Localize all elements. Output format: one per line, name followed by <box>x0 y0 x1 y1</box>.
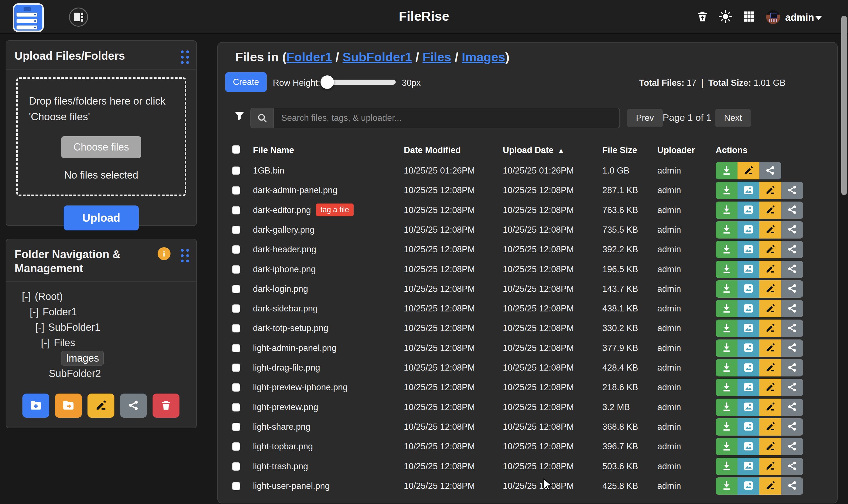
preview-button[interactable] <box>738 478 759 495</box>
rename-folder-button[interactable] <box>88 394 114 418</box>
filter-funnel-icon[interactable] <box>234 110 245 123</box>
share-button[interactable] <box>781 340 803 357</box>
folder-label[interactable]: Folder1 <box>42 306 77 318</box>
preview-button[interactable] <box>738 320 759 337</box>
column-header-date-modified[interactable]: Date Modified <box>404 145 461 155</box>
file-tag-badge[interactable]: tag a file <box>316 203 354 216</box>
row-checkbox[interactable] <box>232 462 240 471</box>
download-button[interactable] <box>716 438 738 455</box>
preview-button[interactable] <box>738 201 759 219</box>
breadcrumb-link-folder1[interactable]: Folder1 <box>287 50 332 64</box>
tree-collapse-toggle[interactable]: [-] <box>41 337 50 348</box>
drag-handle-icon[interactable] <box>181 51 189 64</box>
row-checkbox[interactable] <box>232 166 240 175</box>
download-button[interactable] <box>716 458 738 475</box>
slider-thumb[interactable] <box>320 75 334 89</box>
info-icon[interactable]: i <box>158 247 171 260</box>
download-button[interactable] <box>716 418 738 436</box>
folder-tree-item-subfolder2[interactable]: SubFolder2 <box>6 366 196 381</box>
row-checkbox[interactable] <box>232 442 240 451</box>
row-checkbox[interactable] <box>232 344 240 352</box>
username-label[interactable]: admin <box>785 12 814 23</box>
move-folder-button[interactable] <box>55 394 82 418</box>
rename-button[interactable] <box>759 182 781 199</box>
share-button[interactable] <box>781 261 803 278</box>
preview-button[interactable] <box>738 241 759 258</box>
download-button[interactable] <box>716 379 738 396</box>
preview-button[interactable] <box>738 300 759 317</box>
folder-tree-item-root[interactable]: [-](Root) <box>6 289 196 304</box>
scrollbar-thumb[interactable] <box>841 16 847 195</box>
preview-button[interactable] <box>738 182 759 199</box>
create-folder-button[interactable] <box>22 394 49 418</box>
folder-tree-item-subfolder1[interactable]: [-]SubFolder1 <box>6 320 196 335</box>
rename-button[interactable] <box>759 320 781 337</box>
share-button[interactable] <box>781 320 803 337</box>
trash-restore-icon[interactable] <box>696 10 709 24</box>
row-checkbox[interactable] <box>232 304 240 313</box>
download-button[interactable] <box>716 280 738 298</box>
folder-label[interactable]: (Root) <box>35 291 63 302</box>
download-button[interactable] <box>716 182 738 199</box>
rename-button[interactable] <box>759 359 781 376</box>
column-header-file-name[interactable]: File Name <box>253 145 294 155</box>
share-button[interactable] <box>781 359 803 376</box>
rename-button[interactable] <box>738 162 759 179</box>
breadcrumb-link-subfolder1[interactable]: SubFolder1 <box>343 50 412 64</box>
row-checkbox[interactable] <box>232 265 240 274</box>
drag-handle-icon[interactable] <box>181 249 189 263</box>
upload-button[interactable]: Upload <box>64 205 139 230</box>
rename-button[interactable] <box>759 201 781 219</box>
download-button[interactable] <box>716 478 738 495</box>
rename-button[interactable] <box>759 261 781 278</box>
row-checkbox[interactable] <box>232 482 240 490</box>
row-checkbox[interactable] <box>232 285 240 293</box>
row-checkbox[interactable] <box>232 186 240 195</box>
selected-folder-badge[interactable]: Images <box>61 351 104 365</box>
rename-button[interactable] <box>759 340 781 357</box>
rename-button[interactable] <box>759 438 781 455</box>
download-button[interactable] <box>716 261 738 278</box>
rename-button[interactable] <box>759 478 781 495</box>
share-button[interactable] <box>781 221 803 238</box>
rename-button[interactable] <box>759 458 781 475</box>
rename-button[interactable] <box>759 379 781 396</box>
preview-button[interactable] <box>738 418 759 436</box>
preview-button[interactable] <box>738 379 759 396</box>
preview-button[interactable] <box>738 399 759 416</box>
preview-button[interactable] <box>738 280 759 298</box>
row-checkbox[interactable] <box>232 423 240 431</box>
download-button[interactable] <box>716 399 738 416</box>
next-page-button[interactable]: Next <box>715 109 751 127</box>
column-header-upload-date[interactable]: Upload Date▲ <box>503 145 565 155</box>
share-button[interactable] <box>781 300 803 317</box>
tree-collapse-toggle[interactable]: [-] <box>35 322 44 333</box>
share-button[interactable] <box>781 399 803 416</box>
create-button[interactable]: Create <box>225 72 267 92</box>
download-button[interactable] <box>716 201 738 219</box>
breadcrumb-link-files[interactable]: Files <box>423 50 452 64</box>
download-button[interactable] <box>716 162 738 179</box>
delete-folder-button[interactable] <box>153 394 179 418</box>
share-button[interactable] <box>781 458 803 475</box>
share-button[interactable] <box>781 182 803 199</box>
user-avatar[interactable] <box>766 10 780 24</box>
folder-tree-item-files[interactable]: [-]Files <box>6 335 196 350</box>
theme-toggle-sun-icon[interactable] <box>719 10 732 25</box>
row-checkbox[interactable] <box>232 383 240 392</box>
folder-label[interactable]: SubFolder2 <box>49 368 101 379</box>
download-button[interactable] <box>716 300 738 317</box>
row-checkbox[interactable] <box>232 245 240 254</box>
preview-button[interactable] <box>738 359 759 376</box>
row-checkbox[interactable] <box>232 403 240 412</box>
prev-page-button[interactable]: Prev <box>627 109 663 127</box>
upload-dropzone[interactable]: Drop files/folders here or click 'Choose… <box>16 77 186 196</box>
column-header-uploader[interactable]: Uploader <box>657 145 695 155</box>
preview-button[interactable] <box>738 438 759 455</box>
share-button[interactable] <box>781 379 803 396</box>
row-checkbox[interactable] <box>232 226 240 234</box>
rename-button[interactable] <box>759 221 781 238</box>
folder-tree-item-images[interactable]: Images <box>6 350 196 366</box>
download-button[interactable] <box>716 221 738 238</box>
row-height-slider[interactable] <box>322 79 396 85</box>
